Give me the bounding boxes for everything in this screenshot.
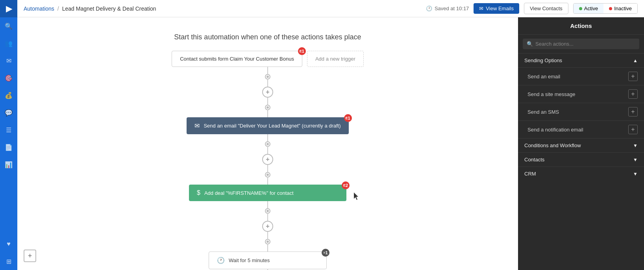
sending-options-chevron: ▲ xyxy=(633,58,638,63)
status-toggle: Active Inactive xyxy=(573,3,638,14)
view-emails-button[interactable]: ✉ View Emails xyxy=(474,3,519,14)
active-label: Active xyxy=(584,6,598,11)
add-step-btn-3[interactable]: + xyxy=(262,221,273,232)
canvas-title: Start this automation when one of these … xyxy=(174,33,361,41)
wait-step-icon: 🕐 xyxy=(217,257,225,264)
view-contacts-button[interactable]: View Contacts xyxy=(524,3,568,14)
active-button[interactable]: Active xyxy=(574,4,603,13)
view-emails-label: View Emails xyxy=(486,6,514,11)
action-send-email[interactable]: Send an email + xyxy=(518,67,644,85)
add-sms-icon[interactable]: + xyxy=(628,107,638,117)
connector-line-9 xyxy=(267,201,268,209)
crm-chevron: ▼ xyxy=(633,171,638,177)
breadcrumb: Automations / Lead Magnet Delivery & Dea… xyxy=(24,6,156,12)
contacts-label: Contacts xyxy=(524,157,544,163)
connector-line-3 xyxy=(267,98,268,105)
breadcrumb-current: Lead Magnet Delivery & Deal Creation xyxy=(62,6,156,12)
action-send-sms-label: Send an SMS xyxy=(527,109,559,115)
canvas-area: Start this automation when one of these … xyxy=(17,17,518,270)
trigger-box[interactable]: Contact submits form Claim Your Customer… xyxy=(172,51,302,67)
sidebar-item-analytics[interactable]: 📊 xyxy=(0,156,17,173)
deal-badge-count: 2 xyxy=(346,183,348,188)
fab-add-button[interactable]: + xyxy=(24,250,36,262)
sidebar: ▶ 🔍 👥 ✉ 🎯 💰 💬 ☰ 📄 📊 ♥ ⊞ xyxy=(0,0,17,270)
sidebar-item-favorites[interactable]: ♥ xyxy=(0,235,17,253)
wait-step-badge: ≡ 1 xyxy=(322,249,329,257)
sending-options-label: Sending Options xyxy=(524,57,562,63)
deal-step-label: Add deal "%FIRSTNAME%" for contact xyxy=(204,190,294,196)
trigger-badge: E 1 xyxy=(298,47,306,55)
connector-line-7 xyxy=(267,165,268,173)
sidebar-item-contacts[interactable]: 👥 xyxy=(0,35,17,52)
step-email[interactable]: ✉ Send an email "Deliver Your Lead Magne… xyxy=(187,117,348,134)
conditions-workflow-chevron: ▼ xyxy=(633,143,638,148)
search-input[interactable] xyxy=(535,41,635,47)
connector-circle-2 xyxy=(266,105,270,109)
step-deal[interactable]: $ Add deal "%FIRSTNAME%" for contact E 2 xyxy=(189,185,346,201)
trigger-label: Contact submits form Claim Your Customer… xyxy=(180,56,294,62)
action-notification-email-label: Send a notification email xyxy=(527,127,583,133)
section-contacts[interactable]: Contacts ▼ xyxy=(518,152,644,166)
email-step-icon: ✉ xyxy=(194,122,200,129)
wait-badge-count: 1 xyxy=(326,250,328,255)
section-conditions-workflow[interactable]: Conditions and Workflow ▼ xyxy=(518,138,644,152)
breadcrumb-root[interactable]: Automations xyxy=(24,6,54,12)
email-step-badge: E 1 xyxy=(344,114,352,122)
deal-step-icon: $ xyxy=(197,189,200,196)
saved-indicator: 🕐 Saved at 10:17 xyxy=(426,6,469,11)
connector-line-2 xyxy=(267,79,268,87)
connector-circle-6 xyxy=(266,240,270,244)
email-step-label: Send an email "Deliver Your Lead Magnet"… xyxy=(204,123,341,129)
connector-line-6 xyxy=(267,146,268,154)
trigger-badge-count: 1 xyxy=(302,49,304,54)
main-area: Automations / Lead Magnet Delivery & Dea… xyxy=(17,0,644,270)
section-sending-options[interactable]: Sending Options ▲ xyxy=(518,53,644,67)
connector-line-4 xyxy=(267,109,268,117)
connector-line-11 xyxy=(267,232,268,240)
sidebar-item-reports[interactable]: 📄 xyxy=(0,139,17,156)
contacts-chevron: ▼ xyxy=(633,157,638,163)
search-icon: 🔍 xyxy=(527,41,533,47)
action-send-site-message[interactable]: Send a site message + xyxy=(518,85,644,103)
connector-line-8 xyxy=(267,177,268,185)
add-step-btn-2[interactable]: + xyxy=(262,154,273,165)
inactive-button[interactable]: Inactive xyxy=(603,4,637,13)
topbar: Automations / Lead Magnet Delivery & Dea… xyxy=(17,0,644,17)
sidebar-item-settings[interactable]: ⊞ xyxy=(0,253,17,270)
add-step-btn-1[interactable]: + xyxy=(262,87,273,98)
add-trigger-label: Add a new trigger xyxy=(315,56,355,62)
canvas-inner: Start this automation when one of these … xyxy=(91,17,445,270)
action-send-sms[interactable]: Send an SMS + xyxy=(518,103,644,120)
clock-icon: 🕐 xyxy=(426,6,432,11)
connector-line-10 xyxy=(267,213,268,221)
connector-line-5 xyxy=(267,134,268,142)
sidebar-item-email[interactable]: ✉ xyxy=(0,52,17,69)
sidebar-item-conversations[interactable]: 💬 xyxy=(0,104,17,121)
search-box[interactable]: 🔍 xyxy=(523,39,639,49)
inactive-dot xyxy=(609,7,612,10)
add-send-email-icon[interactable]: + xyxy=(628,72,638,81)
connector-circle-4 xyxy=(266,173,270,177)
section-crm[interactable]: CRM ▼ xyxy=(518,166,644,181)
action-send-email-label: Send an email xyxy=(527,74,560,80)
action-send-notification-email[interactable]: Send a notification email + xyxy=(518,120,644,138)
actions-panel: Actions 🔍 Sending Options ▲ Send an emai… xyxy=(518,17,644,270)
trigger-row: Contact submits form Claim Your Customer… xyxy=(172,51,364,67)
sidebar-item-search[interactable]: 🔍 xyxy=(0,17,17,35)
breadcrumb-separator: / xyxy=(57,6,59,12)
connector-line-1 xyxy=(267,67,268,75)
add-site-message-icon[interactable]: + xyxy=(628,89,638,99)
inactive-label: Inactive xyxy=(614,6,632,11)
wait-step-label: Wait for 5 minutes xyxy=(229,257,270,263)
sidebar-item-campaigns[interactable]: 🎯 xyxy=(0,69,17,87)
step-wait[interactable]: 🕐 Wait for 5 minutes ≡ 1 xyxy=(209,252,327,269)
sidebar-logo[interactable]: ▶ xyxy=(0,0,17,17)
active-dot xyxy=(579,7,582,10)
deal-step-badge: E 2 xyxy=(342,181,350,189)
add-notification-email-icon[interactable]: + xyxy=(628,125,638,134)
sidebar-item-lists[interactable]: ☰ xyxy=(0,121,17,139)
panel-title: Actions xyxy=(518,17,644,35)
sidebar-item-deals[interactable]: 💰 xyxy=(0,87,17,104)
connector-circle-5 xyxy=(266,209,270,213)
add-trigger-box[interactable]: Add a new trigger xyxy=(307,51,364,67)
